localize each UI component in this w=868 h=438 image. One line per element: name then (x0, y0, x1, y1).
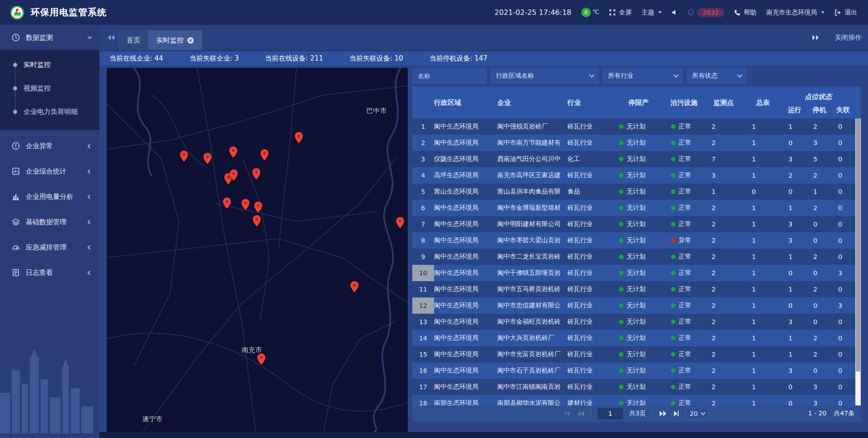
limit-text: 无计划 (627, 318, 646, 326)
table-row[interactable]: 4高坪生态环境局南充市高坪区王家店建砖瓦行业无计划正常31220 (412, 167, 855, 184)
map-pin-icon[interactable] (223, 198, 231, 209)
cell-limit: 无计划 (613, 395, 665, 405)
map-pin-icon[interactable] (254, 202, 262, 213)
status-dot-icon (619, 124, 623, 129)
cell-lost: 0 (832, 200, 854, 216)
table-row[interactable]: 14阆中生态环境局阆中大兴页岩机砖厂砖瓦行业无计划正常21120 (412, 330, 855, 346)
status-dot-icon (619, 287, 623, 292)
close-operations-button[interactable]: 关闭操作 (835, 33, 862, 42)
map-pin-icon[interactable] (252, 168, 260, 179)
scrollbar-thumb[interactable] (856, 118, 860, 372)
map-pin-icon[interactable] (241, 199, 250, 210)
right-panel: 行政区域名称 所有行业 所有状态 行政区域 企业 行业 停限产 治污设施 (412, 68, 861, 438)
table-row[interactable]: 15阆中生态环境局阆中市光富页岩机砖厂砖瓦行业无计划正常21120 (412, 346, 855, 363)
page-size-select[interactable]: 20 (686, 408, 709, 419)
facility-text: 正常 (679, 171, 691, 179)
status-select[interactable]: 所有状态 (687, 68, 747, 84)
sidebar-item-base-data[interactable]: 基础数据管理 (0, 209, 99, 235)
table-row[interactable]: 18南部生态环境局南部县砌华水泥有限公建材行业无计划正常21030 (412, 395, 855, 405)
limit-text: 无计划 (627, 383, 646, 391)
cell-lost: 0 (832, 281, 854, 297)
chevron-left-icon (88, 270, 92, 275)
theme-button[interactable]: 主题 (642, 9, 662, 17)
tabbar-right: 关闭操作 (808, 33, 862, 42)
status-dot-icon (619, 303, 623, 308)
cell-limit: 无计划 (613, 200, 665, 216)
sidebar-item-video-monitor[interactable]: 视频监控 (0, 76, 99, 100)
tab-realtime-monitor[interactable]: 实时监控 (148, 30, 202, 50)
notifications-button[interactable]: 2632 (688, 8, 724, 17)
cell-run: 3 (782, 232, 807, 249)
logout-button[interactable]: 退出 (835, 9, 857, 17)
log-icon (12, 268, 20, 277)
map-pin-icon[interactable] (260, 149, 269, 160)
cell-monitor: 2 (703, 265, 744, 281)
table-row[interactable]: 6阆中生态环境局阆中市金博瑞新型墙材砖瓦行业无计划正常21120 (412, 200, 855, 216)
limit-text: 无计划 (627, 155, 646, 163)
table-row[interactable]: 12阆中生态环境局阆中市忠信建材有限公砖瓦行业无计划正常21003 (412, 297, 855, 314)
map-pin-icon[interactable] (230, 170, 238, 181)
org-selector[interactable]: 南充市生态环境局 (766, 9, 825, 17)
mute-button[interactable] (672, 9, 678, 15)
table-row[interactable]: 2阆中生态环境局阆中市南方节能建材有砖瓦行业无计划正常21030 (412, 135, 855, 151)
prev-page-button[interactable] (577, 410, 585, 417)
map-pin-icon[interactable] (203, 153, 212, 164)
cell-index: 5 (412, 184, 434, 200)
status-dot-icon (671, 336, 675, 340)
table-row[interactable]: 5营山生态环境局营山县润丰肉食品有限食品无计划正常10010 (412, 184, 855, 200)
limit-text: 无计划 (627, 285, 646, 293)
stat-item: 当前在线设备: 211 (265, 54, 323, 63)
page-number-input[interactable] (598, 408, 623, 419)
sidebar-item-emergency-reduction[interactable]: 应急减排管理 (0, 235, 99, 260)
close-icon[interactable] (187, 37, 194, 44)
industry-select[interactable]: 所有行业 (603, 68, 683, 84)
map-pin-icon[interactable] (229, 146, 237, 158)
sidebar-item-company-statistics[interactable]: 企业综合统计 (0, 159, 99, 184)
help-button[interactable]: 帮助 (734, 9, 756, 17)
map-pin-icon[interactable] (257, 353, 265, 365)
fullscreen-button[interactable]: 全屏 (609, 9, 632, 17)
map-pin-icon[interactable] (396, 217, 404, 228)
map-panel[interactable]: 巴中市南充市遂宁市 (107, 68, 408, 432)
table-row[interactable]: 7阆中生态环境局阆中明阳建材有限公司砖瓦行业无计划正常21300 (412, 216, 855, 232)
map-pin-icon[interactable] (253, 215, 261, 226)
tab-home[interactable]: 首页 (118, 30, 148, 50)
cell-index: 13 (412, 314, 434, 330)
map-pin-icon[interactable] (295, 132, 303, 143)
sidebar-item-power-load-detail[interactable]: 企业电力负荷明细 (0, 100, 99, 123)
sidebar-item-realtime-monitor[interactable]: 实时监控 (0, 53, 99, 76)
status-dot-icon (619, 336, 623, 340)
table-row[interactable]: 1阆中生态环境局阆中强锐页岩砖厂砖瓦行业无计划正常21120 (412, 118, 855, 135)
facility-text: 正常 (679, 301, 691, 310)
tabs-scroll-left-button[interactable] (108, 34, 115, 41)
sidebar-item-company-abnormal[interactable]: 企业异常 (0, 133, 99, 159)
region-select[interactable]: 行政区域名称 (491, 68, 599, 84)
map-pin-icon[interactable] (180, 151, 188, 162)
chevron-left-icon (88, 169, 92, 174)
table-row[interactable]: 17阆中生态环境局阆中市江南镇阆南页岩砖瓦行业无计划正常21030 (412, 379, 855, 395)
table-row[interactable]: 16阆中生态环境局阆中市石子页岩机砖厂砖瓦行业无计划正常21300 (412, 363, 855, 379)
map-pin-icon[interactable] (350, 281, 359, 292)
table-row[interactable]: 13阆中生态环境局阆中市金福旺页岩机砖砖瓦行业无计划正常21300 (412, 314, 855, 330)
table-row[interactable]: 3仪陇生态环境局西南油气田分公司川中化工无计划正常71350 (412, 151, 855, 167)
bell-icon (688, 9, 694, 16)
cell-stop: 1 (807, 184, 832, 200)
table-row[interactable]: 9阆中生态环境局阆中市二龙长宝页岩砖砖瓦行业无计划正常21120 (412, 249, 855, 265)
name-search-input[interactable] (412, 68, 487, 84)
cell-total: 1 (744, 395, 782, 405)
table-row[interactable]: 8阆中生态环境局阆中市枣碧大梁山页岩砖瓦行业无计划异常21300 (412, 232, 855, 249)
bullet-dot-icon (13, 86, 17, 90)
cell-stop: 0 (807, 314, 832, 330)
sidebar-groups: 企业异常 企业综合统计 企业用电量分析 (0, 133, 99, 285)
tabs-scroll-right-button[interactable] (812, 34, 819, 41)
table-row[interactable]: 11阆中生态环境局阆中市五马桥页岩机砖砖瓦行业无计划正常21120 (412, 281, 855, 297)
sidebar-item-data-monitor[interactable]: 数据监测 (0, 25, 99, 50)
last-page-button[interactable] (673, 410, 679, 417)
first-page-button[interactable] (564, 410, 571, 417)
vertical-scrollbar[interactable] (855, 118, 861, 405)
cell-index: 10 (412, 265, 434, 281)
table-row[interactable]: 10阆中生态环境局阆中千佛镇五郎垭页岩砖瓦行业无计划正常21003 (412, 265, 855, 281)
sidebar-item-log-view[interactable]: 日志查看 (0, 260, 99, 285)
next-page-button[interactable] (659, 410, 667, 417)
sidebar-item-power-analysis[interactable]: 企业用电量分析 (0, 184, 99, 209)
